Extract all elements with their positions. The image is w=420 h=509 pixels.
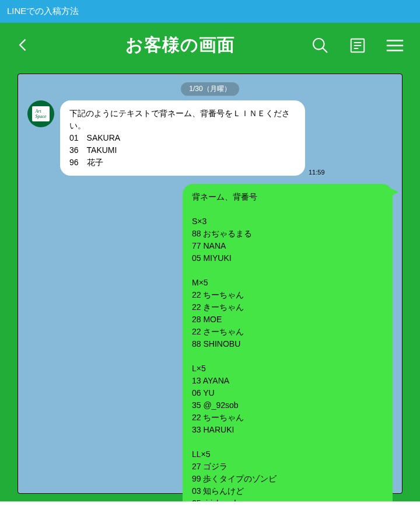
- search-icon[interactable]: [310, 36, 330, 55]
- avatar[interactable]: ArtSpace: [27, 100, 54, 127]
- top-bar-title: LINEでの入稿方法: [7, 6, 79, 16]
- outgoing-meta: 既読 12:30: [159, 184, 183, 501]
- avatar-logo: ArtSpace: [32, 106, 50, 121]
- svg-point-0: [313, 39, 324, 50]
- app-header: お客様の画面: [1, 24, 419, 67]
- app-title: お客様の画面: [50, 33, 310, 57]
- incoming-bubble: 下記のようにテキストで背ネーム、背番号をＬＩＮＥください。 01 SAKURA …: [60, 100, 305, 176]
- back-button[interactable]: [15, 37, 33, 54]
- phone-frame: お客様の画面 1/30（月曜） ArtSpace 下記のようにテキストで背ネーム…: [0, 23, 420, 501]
- chat-area[interactable]: 1/30（月曜） ArtSpace 下記のようにテキストで背ネーム、背番号をＬＩ…: [18, 74, 402, 494]
- list-icon[interactable]: [348, 36, 368, 55]
- page-top-bar: LINEでの入稿方法: [0, 0, 420, 23]
- outgoing-text: 背ネーム、背番号 S×3 88 おぢゃるまる 77 NANA 05 MIYUKI…: [192, 191, 383, 501]
- outgoing-message-row: 既読 12:30 背ネーム、背番号 S×3 88 おぢゃるまる 77 NANA …: [27, 184, 393, 501]
- bubble-tail-icon: [391, 189, 398, 196]
- outgoing-bubble: 背ネーム、背番号 S×3 88 おぢゃるまる 77 NANA 05 MIYUKI…: [183, 184, 393, 501]
- incoming-text: 下記のようにテキストで背ネーム、背番号をＬＩＮＥください。 01 SAKURA …: [69, 107, 296, 169]
- incoming-time: 11:59: [309, 169, 325, 176]
- header-icons: [310, 36, 405, 55]
- incoming-meta: 11:59: [305, 100, 328, 176]
- date-pill: 1/30（月曜）: [181, 82, 239, 96]
- incoming-message-row: ArtSpace 下記のようにテキストで背ネーム、背番号をＬＩＮＥください。 0…: [27, 100, 393, 176]
- menu-icon[interactable]: [385, 36, 405, 55]
- svg-line-1: [323, 48, 327, 53]
